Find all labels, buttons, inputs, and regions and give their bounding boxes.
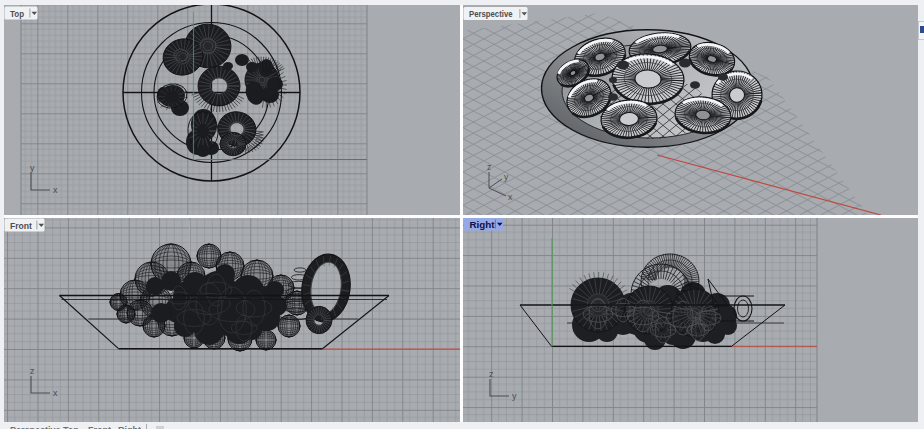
svg-text:y: y xyxy=(30,163,35,173)
svg-text:Perspective: Perspective xyxy=(469,8,513,19)
svg-text:y: y xyxy=(512,391,517,401)
svg-text:z: z xyxy=(487,162,491,172)
svg-text:Right: Right xyxy=(470,219,496,230)
svg-text:z: z xyxy=(489,369,494,379)
svg-text:Top: Top xyxy=(10,8,24,19)
svg-text:x: x xyxy=(53,388,58,398)
svg-text:z: z xyxy=(30,366,35,376)
svg-text:Front: Front xyxy=(10,220,33,231)
svg-text:x: x xyxy=(53,185,58,195)
